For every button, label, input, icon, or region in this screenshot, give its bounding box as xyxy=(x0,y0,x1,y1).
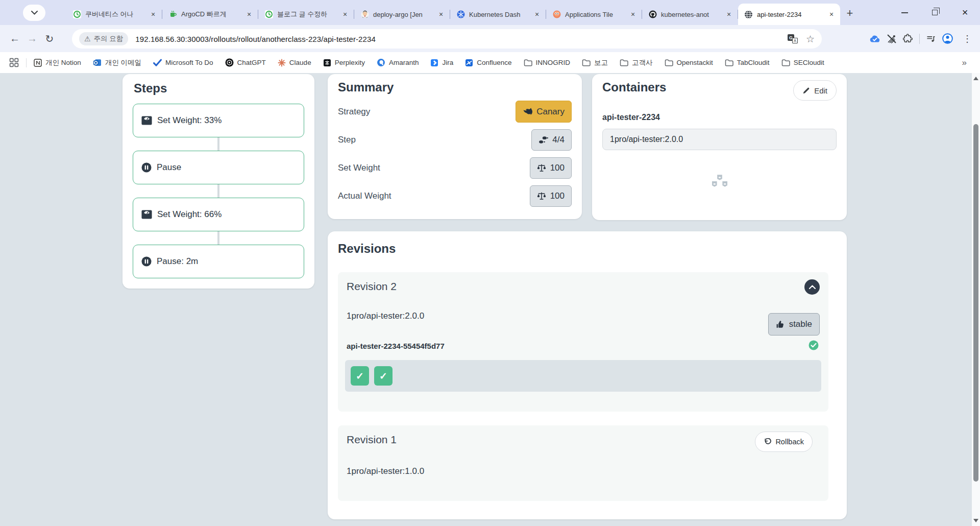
bookmark-folder-tabcloudit[interactable]: TabCloudit xyxy=(725,59,770,66)
reload-button[interactable]: ↻ xyxy=(41,30,58,47)
tab-argocd-blog[interactable]: ArgoCD 빠르게 × xyxy=(162,5,258,23)
bookmark-label: Openstackit xyxy=(677,59,713,66)
bookmarks-bar: 개인 Notion 개인 이메일 Microsoft To Do ChatGPT… xyxy=(0,52,980,73)
profile-avatar-icon[interactable] xyxy=(942,33,953,44)
github-favicon xyxy=(648,10,657,19)
window-restore-button[interactable] xyxy=(920,0,950,25)
edit-label: Edit xyxy=(814,86,827,95)
pencil-icon xyxy=(802,87,810,94)
scrollbar-thumb[interactable] xyxy=(973,124,978,482)
apps-grid-icon[interactable] xyxy=(9,58,19,67)
bookmark-email[interactable]: 개인 이메일 xyxy=(93,58,141,67)
canary-badge: Canary xyxy=(516,101,572,123)
new-tab-button[interactable]: + xyxy=(842,6,857,21)
summary-row-set-weight: Set Weight 100 xyxy=(328,154,582,182)
summary-title: Summary xyxy=(338,80,582,94)
back-button[interactable]: ← xyxy=(6,30,23,47)
forward-button[interactable]: → xyxy=(23,30,41,47)
browser-window: 쿠버네티스 어나 × ArgoCD 빠르게 × 블로그 글 수정하 × depl… xyxy=(0,0,980,526)
bookmarks-overflow-chevron[interactable]: » xyxy=(962,58,967,68)
bookmark-claude[interactable]: Claude xyxy=(278,59,311,67)
tab-close-icon[interactable]: × xyxy=(340,10,350,19)
browser-menu-icon[interactable]: ⋮ xyxy=(960,33,975,44)
rollback-label: Rollback xyxy=(775,438,804,446)
extensions-puzzle-icon[interactable] xyxy=(903,34,913,43)
tabs-row: 쿠버네티스 어나 × ArgoCD 빠르게 × 블로그 글 수정하 × depl… xyxy=(66,4,840,25)
tab-close-icon[interactable]: × xyxy=(532,10,542,19)
revision-2-image: 1pro/api-tester:2.0.0 xyxy=(347,311,424,321)
bookmark-folder-customers[interactable]: 고객사 xyxy=(620,58,653,67)
tab-close-icon[interactable]: × xyxy=(827,10,836,19)
tab-search-button[interactable] xyxy=(23,5,45,21)
bookmark-label: TabCloudit xyxy=(737,59,770,66)
media-controls-icon[interactable] xyxy=(926,34,936,43)
step-label: Pause xyxy=(157,162,181,173)
revision-1-name: Revision 1 xyxy=(347,434,397,446)
cloud-sync-icon[interactable] xyxy=(869,35,880,43)
scroll-down-arrow[interactable] xyxy=(973,519,978,522)
tab-argo-applications[interactable]: Applications Tile × xyxy=(546,5,642,23)
tab-label: ArgoCD 빠르게 xyxy=(181,10,240,19)
step-connector xyxy=(217,137,219,151)
kubernetes-favicon xyxy=(456,10,465,19)
security-warning-chip[interactable]: ⚠ 주의 요함 xyxy=(79,32,128,45)
bookmark-chatgpt[interactable]: ChatGPT xyxy=(225,58,266,67)
bookmark-jira[interactable]: Jira xyxy=(430,59,453,67)
tab-api-tester-active[interactable]: api-tester-2234 × xyxy=(738,4,840,25)
page-scrollbar[interactable] xyxy=(972,73,980,526)
blocked-extension-icon[interactable] xyxy=(887,34,896,43)
bookmark-star-icon[interactable]: ☆ xyxy=(806,33,815,45)
summary-row-actual-weight: Actual Weight 100 xyxy=(328,182,582,210)
bookmark-label: SECloudit xyxy=(794,59,824,66)
cubes-icon xyxy=(712,175,727,188)
tab-label: 블로그 글 수정하 xyxy=(277,10,336,19)
balance-scale-icon xyxy=(537,192,546,200)
bookmark-notion[interactable]: 개인 Notion xyxy=(34,58,81,67)
step-label: Set Weight: 66% xyxy=(157,209,222,220)
bookmark-folder-report[interactable]: 보고 xyxy=(582,58,608,67)
tab-close-icon[interactable]: × xyxy=(436,10,446,19)
folder-icon xyxy=(582,59,591,66)
folder-icon xyxy=(620,59,628,66)
collapse-revision-button[interactable] xyxy=(804,279,820,295)
bookmark-folder-innogrid[interactable]: INNOGRID xyxy=(524,59,571,66)
window-close-button[interactable]: × xyxy=(950,0,980,25)
address-bar[interactable]: ⚠ 주의 요함 192.168.56.30:30003/rollouts/rol… xyxy=(72,29,822,49)
browser-toolbar: ← → ↻ ⚠ 주의 요함 192.168.56.30:30003/rollou… xyxy=(0,25,980,52)
replicaset-healthy-icon xyxy=(808,340,819,350)
rollback-button[interactable]: Rollback xyxy=(755,432,813,452)
tab-close-icon[interactable]: × xyxy=(244,10,254,19)
bookmark-amaranth[interactable]: Amaranth xyxy=(377,58,419,67)
tab-blog-edit[interactable]: 블로그 글 수정하 × xyxy=(258,5,354,23)
set-weight-value: 100 xyxy=(550,163,565,173)
bookmark-label: Jira xyxy=(442,59,453,66)
tab-close-icon[interactable]: × xyxy=(724,10,733,19)
revisions-panel: Revisions Revision 2 1pro/api-tester:2.0… xyxy=(328,231,847,519)
row-label: Strategy xyxy=(338,107,370,117)
bookmark-folder-openstackit[interactable]: Openstackit xyxy=(665,59,713,66)
dove-icon xyxy=(523,107,532,116)
claude-icon xyxy=(278,59,286,67)
tab-github[interactable]: kubernetes-anot × xyxy=(642,5,738,23)
translate-icon[interactable]: GA xyxy=(788,34,798,43)
tab-label: Applications Tile xyxy=(565,11,624,18)
tab-kubernetes-dashboard[interactable]: Kubernetes Dash × xyxy=(450,5,546,23)
container-image-input[interactable]: 1pro/api-tester:2.0.0 xyxy=(602,129,837,150)
row-label: Step xyxy=(338,135,356,145)
pause-icon xyxy=(141,162,152,173)
bookmark-folder-secloudit[interactable]: SECloudit xyxy=(781,59,824,66)
bookmark-perplexity[interactable]: Perplexity xyxy=(323,59,365,67)
window-minimize-button[interactable] xyxy=(890,0,920,25)
tab-close-icon[interactable]: × xyxy=(628,10,638,19)
scroll-up-arrow[interactable] xyxy=(973,77,978,80)
outlook-icon xyxy=(93,58,102,67)
actual-weight-badge: 100 xyxy=(530,185,572,207)
edit-containers-button[interactable]: Edit xyxy=(793,80,837,101)
bookmark-ms-todo[interactable]: Microsoft To Do xyxy=(153,59,213,66)
tab-kubernetes-blog[interactable]: 쿠버네티스 어나 × xyxy=(66,5,162,23)
tab-close-icon[interactable]: × xyxy=(149,10,158,19)
summary-row-step: Step 4/4 xyxy=(328,126,582,154)
bookmark-confluence[interactable]: Confluence xyxy=(465,59,511,67)
revision-2-name: Revision 2 xyxy=(347,280,397,293)
tab-jenkins[interactable]: deploy-argo [Jen × xyxy=(354,5,450,23)
